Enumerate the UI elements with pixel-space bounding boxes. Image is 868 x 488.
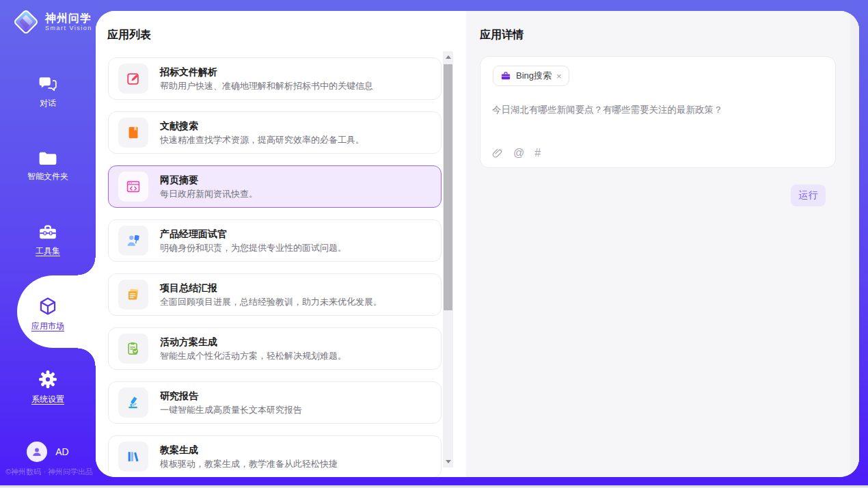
app-icon-tile bbox=[118, 118, 148, 148]
hash-topic-icon[interactable]: # bbox=[534, 147, 541, 159]
app-title: 项目总结汇报 bbox=[160, 282, 382, 294]
scroll-down-arrow-icon[interactable] bbox=[446, 460, 451, 463]
briefcase-icon bbox=[500, 70, 511, 81]
app-card-list: 招标文件解析 帮助用户快速、准确地理解和解析招标书中的关键信息 文献搜索 快速精… bbox=[108, 57, 442, 477]
app-card-project-summary[interactable]: 项目总结汇报 全面回顾项目进展，总结经验教训，助力未来优化发展。 bbox=[108, 273, 442, 316]
prompt-card[interactable]: Bing搜索 × 今日湖北有哪些新闻要点？有哪些需要关注的最新政策？ @ # bbox=[480, 56, 836, 168]
detail-scrollbar-track[interactable] bbox=[850, 11, 859, 477]
app-card-research-report[interactable]: 研究报告 一键智能生成高质量长文本研究报告 bbox=[108, 381, 442, 424]
tool-chip-bing-search[interactable]: Bing搜索 × bbox=[493, 66, 569, 86]
app-title: 网页摘要 bbox=[160, 174, 258, 186]
tool-chip-label: Bing搜索 bbox=[516, 70, 552, 82]
app-card-webpage-summary[interactable]: 网页摘要 每日政府新闻资讯快查。 bbox=[108, 165, 442, 208]
app-icon-tile bbox=[118, 442, 148, 472]
prompt-input-text[interactable]: 今日湖北有哪些新闻要点？有哪些需要关注的最新政策？ bbox=[492, 103, 824, 116]
app-detail-title: 应用详情 bbox=[480, 28, 524, 42]
bottom-edge-line bbox=[0, 485, 868, 488]
app-desc: 智能生成个性化活动方案，轻松解决规划难题。 bbox=[160, 350, 347, 362]
app-logo: 神州问学 Smart Vision bbox=[12, 8, 92, 36]
run-button[interactable]: 运行 bbox=[791, 185, 826, 206]
avatar bbox=[27, 442, 47, 462]
app-desc: 一键智能生成高质量长文本研究报告 bbox=[160, 404, 302, 416]
app-desc: 全面回顾项目进展，总结经验教训，助力未来优化发展。 bbox=[160, 296, 382, 308]
app-list-panel: 应用列表 招标文件解析 帮助用户快速、准确地理解和解析招标书中的关键信息 bbox=[96, 11, 466, 477]
app-icon-tile bbox=[118, 226, 148, 256]
app-icon-tile bbox=[118, 334, 148, 364]
app-card-pm-interviewer[interactable]: 产品经理面试官 明确身份和职责，为您提供专业性的面试问题。 bbox=[108, 219, 442, 262]
sidebar-item-label: 应用市场 bbox=[31, 321, 64, 332]
app-list-scrollbar[interactable] bbox=[443, 51, 453, 467]
app-card-literature-search[interactable]: 文献搜索 快速精准查找学术资源，提高研究效率的必备工具。 bbox=[108, 111, 442, 154]
app-icon-tile bbox=[118, 172, 148, 202]
scrollbar-thumb[interactable] bbox=[444, 64, 452, 310]
sidebar-item-toolset[interactable]: 工具集 bbox=[0, 223, 96, 257]
app-desc: 每日政府新闻资讯快查。 bbox=[160, 188, 258, 200]
app-title: 研究报告 bbox=[160, 390, 302, 402]
app-title: 招标文件解析 bbox=[160, 66, 373, 78]
book-icon bbox=[126, 125, 141, 140]
chip-close-icon[interactable]: × bbox=[556, 72, 562, 81]
app-desc: 模板驱动，教案生成，教学准备从此轻松快捷 bbox=[160, 458, 338, 470]
app-desc: 帮助用户快速、准确地理解和解析招标书中的关键信息 bbox=[160, 80, 373, 92]
app-desc: 快速精准查找学术资源，提高研究效率的必备工具。 bbox=[160, 134, 364, 146]
sidebar-item-settings[interactable]: 系统设置 bbox=[0, 370, 96, 405]
sidebar-item-label: 系统设置 bbox=[31, 394, 64, 405]
chat-icon bbox=[38, 75, 57, 93]
folder-icon bbox=[38, 150, 57, 166]
sidebar-item-label: 对话 bbox=[40, 98, 56, 109]
gear-icon bbox=[38, 370, 57, 389]
app-detail-panel: 应用详情 Bing搜索 × 今日湖北有哪些新闻要点？有哪些需要关注的最新政策？ bbox=[466, 11, 859, 477]
app-icon-tile bbox=[118, 280, 148, 310]
paperclip-icon[interactable] bbox=[492, 147, 503, 159]
microscope-icon bbox=[126, 395, 141, 410]
sidebar-item-app-market[interactable]: 应用市场 bbox=[0, 297, 96, 332]
edit-document-icon bbox=[126, 71, 141, 86]
person-avatar-icon bbox=[31, 446, 43, 458]
app-title: 活动方案生成 bbox=[160, 336, 347, 348]
app-card-event-plan[interactable]: 活动方案生成 智能生成个性化活动方案，轻松解决规划难题。 bbox=[108, 327, 442, 370]
app-title: 产品经理面试官 bbox=[160, 228, 347, 240]
gem-diamond-icon bbox=[12, 8, 40, 36]
prompt-toolbar: @ # bbox=[492, 147, 541, 159]
scroll-up-arrow-icon[interactable] bbox=[446, 55, 451, 59]
at-mention-icon[interactable]: @ bbox=[513, 147, 524, 159]
app-title: 文献搜索 bbox=[160, 120, 364, 132]
toolbox-icon bbox=[38, 223, 57, 241]
sidebar-item-chat[interactable]: 对话 bbox=[0, 75, 96, 109]
main-content: 应用列表 招标文件解析 帮助用户快速、准确地理解和解析招标书中的关键信息 bbox=[96, 11, 859, 477]
sidebar-item-smart-folder[interactable]: 智能文件夹 bbox=[0, 150, 96, 182]
app-desc: 明确身份和职责，为您提供专业性的面试问题。 bbox=[160, 242, 347, 254]
cube-icon bbox=[38, 297, 57, 316]
app-card-bid-document-parsing[interactable]: 招标文件解析 帮助用户快速、准确地理解和解析招标书中的关键信息 bbox=[108, 57, 442, 100]
clipboard-check-icon bbox=[126, 341, 141, 356]
sidebar-item-label: 智能文件夹 bbox=[27, 171, 68, 182]
sidebar-item-label: 工具集 bbox=[36, 245, 60, 257]
app-icon-tile bbox=[118, 388, 148, 418]
app-icon-tile bbox=[118, 64, 148, 94]
app-title: 教案生成 bbox=[160, 444, 338, 456]
app-list-title: 应用列表 bbox=[107, 28, 151, 42]
logo-subtitle: Smart Vision bbox=[45, 25, 92, 32]
books-icon bbox=[126, 449, 141, 464]
user-account[interactable]: AD bbox=[0, 442, 96, 462]
webpage-code-icon bbox=[126, 179, 141, 194]
sidebar: 神州问学 Smart Vision 对话 智能文件夹 工具集 bbox=[0, 0, 96, 488]
sticky-notes-icon bbox=[126, 287, 141, 302]
copyright-text: ©神州数码 · 神州问学出品 bbox=[5, 467, 93, 477]
user-label: AD bbox=[55, 446, 68, 457]
app-card-lesson-plan[interactable]: 教案生成 模板驱动，教案生成，教学准备从此轻松快捷 bbox=[108, 435, 442, 477]
logo-title: 神州问学 bbox=[45, 12, 92, 25]
interviewer-icon bbox=[126, 233, 141, 248]
